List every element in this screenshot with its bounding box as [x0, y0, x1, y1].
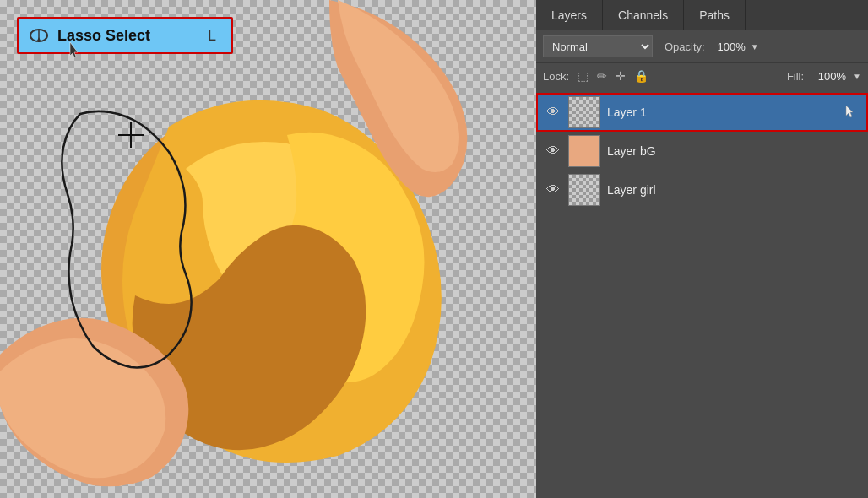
lock-label: Lock: [543, 70, 569, 83]
layer-bg-thumbnail [568, 135, 600, 167]
blend-mode-row: Normal Multiply Screen Overlay Opacity: … [536, 30, 868, 63]
layer-1-name: Layer 1 [607, 106, 836, 119]
opacity-label: Opacity: [665, 41, 705, 53]
opacity-value: 100% [710, 41, 746, 53]
panel-tabs: Layers Channels Paths [536, 0, 868, 30]
lock-all-btn[interactable]: 🔒 [632, 68, 650, 84]
layer-bg-visibility[interactable]: 👁 [545, 143, 561, 159]
layer-1-thumbnail [568, 96, 600, 128]
layer-girl-thumbnail [568, 174, 600, 206]
lock-transparency-btn[interactable]: ⬚ [576, 68, 590, 84]
fill-value: 100% [811, 70, 846, 83]
layer-bg-name: Layer bG [607, 144, 860, 158]
layers-list: 👁 Layer 1 👁 Layer bG 👁 Layer girl [536, 89, 868, 498]
lasso-key: L [208, 27, 216, 45]
tab-paths[interactable]: Paths [684, 0, 746, 30]
lock-icons: ⬚ ✏ ✛ 🔒 [576, 68, 650, 84]
fill-dropdown-arrow[interactable]: ▼ [853, 72, 861, 81]
layer-item-girl[interactable]: 👁 Layer girl [536, 171, 868, 209]
opacity-dropdown-arrow[interactable]: ▼ [751, 42, 759, 51]
layer-item-bg[interactable]: 👁 Layer bG [536, 132, 868, 171]
lock-paint-btn[interactable]: ✏ [595, 68, 609, 84]
tab-channels[interactable]: Channels [603, 0, 684, 30]
layer-item-1[interactable]: 👁 Layer 1 [536, 93, 868, 132]
cursor-icon [66, 41, 83, 61]
lock-position-btn[interactable]: ✛ [614, 68, 627, 84]
lasso-icon [27, 24, 51, 47]
blend-mode-select[interactable]: Normal Multiply Screen Overlay [543, 35, 653, 57]
canvas-content [0, 0, 536, 498]
tab-layers[interactable]: Layers [536, 0, 603, 30]
lasso-tooltip: Lasso Select L [17, 17, 233, 54]
layer-girl-visibility[interactable]: 👁 [545, 182, 561, 198]
layer-girl-name: Layer girl [607, 183, 860, 197]
layer-1-visibility[interactable]: 👁 [545, 105, 561, 120]
layers-panel: Layers Channels Paths Normal Multiply Sc… [536, 0, 868, 498]
fill-label: Fill: [787, 70, 804, 83]
layer-cursor-icon [843, 104, 856, 121]
lock-row: Lock: ⬚ ✏ ✛ 🔒 Fill: 100% ▼ [536, 63, 868, 89]
canvas-area: Lasso Select L [0, 0, 536, 498]
